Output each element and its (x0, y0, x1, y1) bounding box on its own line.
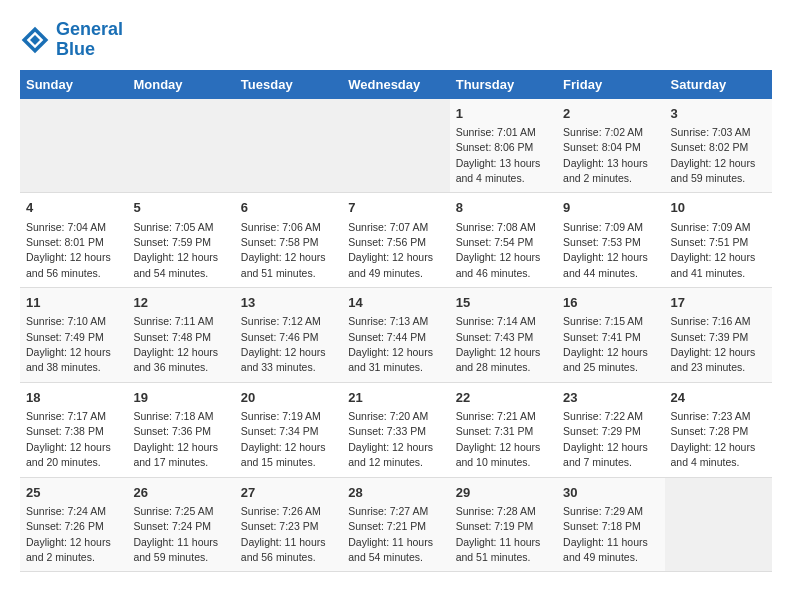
daylight-info: Daylight: 12 hours and 54 minutes. (133, 251, 218, 278)
calendar-week-row: 1 Sunrise: 7:01 AM Sunset: 8:06 PM Dayli… (20, 99, 772, 193)
calendar-cell: 29 Sunrise: 7:28 AM Sunset: 7:19 PM Dayl… (450, 477, 557, 572)
daylight-info: Daylight: 12 hours and 36 minutes. (133, 346, 218, 373)
logo-icon (20, 25, 50, 55)
day-number: 26 (133, 484, 228, 502)
calendar-cell: 24 Sunrise: 7:23 AM Sunset: 7:28 PM Dayl… (665, 382, 772, 477)
sunset-info: Sunset: 7:51 PM (671, 236, 749, 248)
daylight-info: Daylight: 12 hours and 20 minutes. (26, 441, 111, 468)
daylight-info: Daylight: 12 hours and 10 minutes. (456, 441, 541, 468)
sunset-info: Sunset: 7:29 PM (563, 425, 641, 437)
calendar-week-row: 4 Sunrise: 7:04 AM Sunset: 8:01 PM Dayli… (20, 193, 772, 288)
calendar-cell: 5 Sunrise: 7:05 AM Sunset: 7:59 PM Dayli… (127, 193, 234, 288)
sunset-info: Sunset: 7:58 PM (241, 236, 319, 248)
sunset-info: Sunset: 7:48 PM (133, 331, 211, 343)
day-number: 25 (26, 484, 121, 502)
sunset-info: Sunset: 8:02 PM (671, 141, 749, 153)
calendar-cell: 19 Sunrise: 7:18 AM Sunset: 7:36 PM Dayl… (127, 382, 234, 477)
weekday-header-row: Sunday Monday Tuesday Wednesday Thursday… (20, 70, 772, 99)
sunrise-info: Sunrise: 7:11 AM (133, 315, 213, 327)
sunset-info: Sunset: 7:24 PM (133, 520, 211, 532)
calendar-cell: 13 Sunrise: 7:12 AM Sunset: 7:46 PM Dayl… (235, 288, 342, 383)
sunset-info: Sunset: 7:36 PM (133, 425, 211, 437)
sunrise-info: Sunrise: 7:20 AM (348, 410, 428, 422)
daylight-info: Daylight: 12 hours and 46 minutes. (456, 251, 541, 278)
calendar-cell: 21 Sunrise: 7:20 AM Sunset: 7:33 PM Dayl… (342, 382, 449, 477)
daylight-info: Daylight: 12 hours and 33 minutes. (241, 346, 326, 373)
sunset-info: Sunset: 7:46 PM (241, 331, 319, 343)
sunrise-info: Sunrise: 7:24 AM (26, 505, 106, 517)
daylight-info: Daylight: 11 hours and 51 minutes. (456, 536, 541, 563)
calendar-cell: 25 Sunrise: 7:24 AM Sunset: 7:26 PM Dayl… (20, 477, 127, 572)
daylight-info: Daylight: 13 hours and 4 minutes. (456, 157, 541, 184)
daylight-info: Daylight: 13 hours and 2 minutes. (563, 157, 648, 184)
calendar-cell: 3 Sunrise: 7:03 AM Sunset: 8:02 PM Dayli… (665, 99, 772, 193)
sunrise-info: Sunrise: 7:03 AM (671, 126, 751, 138)
calendar-cell: 26 Sunrise: 7:25 AM Sunset: 7:24 PM Dayl… (127, 477, 234, 572)
sunset-info: Sunset: 8:04 PM (563, 141, 641, 153)
sunset-info: Sunset: 7:26 PM (26, 520, 104, 532)
calendar-cell: 20 Sunrise: 7:19 AM Sunset: 7:34 PM Dayl… (235, 382, 342, 477)
header-monday: Monday (127, 70, 234, 99)
calendar-cell: 30 Sunrise: 7:29 AM Sunset: 7:18 PM Dayl… (557, 477, 664, 572)
daylight-info: Daylight: 12 hours and 56 minutes. (26, 251, 111, 278)
daylight-info: Daylight: 12 hours and 4 minutes. (671, 441, 756, 468)
day-number: 17 (671, 294, 766, 312)
day-number: 11 (26, 294, 121, 312)
sunrise-info: Sunrise: 7:15 AM (563, 315, 643, 327)
day-number: 29 (456, 484, 551, 502)
sunrise-info: Sunrise: 7:29 AM (563, 505, 643, 517)
daylight-info: Daylight: 12 hours and 31 minutes. (348, 346, 433, 373)
sunset-info: Sunset: 7:43 PM (456, 331, 534, 343)
sunrise-info: Sunrise: 7:08 AM (456, 221, 536, 233)
calendar-week-row: 25 Sunrise: 7:24 AM Sunset: 7:26 PM Dayl… (20, 477, 772, 572)
day-number: 12 (133, 294, 228, 312)
calendar-cell: 7 Sunrise: 7:07 AM Sunset: 7:56 PM Dayli… (342, 193, 449, 288)
calendar-cell (127, 99, 234, 193)
sunrise-info: Sunrise: 7:25 AM (133, 505, 213, 517)
daylight-info: Daylight: 11 hours and 56 minutes. (241, 536, 326, 563)
daylight-info: Daylight: 12 hours and 7 minutes. (563, 441, 648, 468)
sunrise-info: Sunrise: 7:21 AM (456, 410, 536, 422)
sunset-info: Sunset: 7:59 PM (133, 236, 211, 248)
calendar-cell: 17 Sunrise: 7:16 AM Sunset: 7:39 PM Dayl… (665, 288, 772, 383)
sunrise-info: Sunrise: 7:26 AM (241, 505, 321, 517)
daylight-info: Daylight: 12 hours and 28 minutes. (456, 346, 541, 373)
calendar-cell: 4 Sunrise: 7:04 AM Sunset: 8:01 PM Dayli… (20, 193, 127, 288)
daylight-info: Daylight: 12 hours and 23 minutes. (671, 346, 756, 373)
calendar-week-row: 18 Sunrise: 7:17 AM Sunset: 7:38 PM Dayl… (20, 382, 772, 477)
sunrise-info: Sunrise: 7:28 AM (456, 505, 536, 517)
sunset-info: Sunset: 7:31 PM (456, 425, 534, 437)
daylight-info: Daylight: 11 hours and 59 minutes. (133, 536, 218, 563)
daylight-info: Daylight: 12 hours and 41 minutes. (671, 251, 756, 278)
daylight-info: Daylight: 12 hours and 17 minutes. (133, 441, 218, 468)
logo-text: GeneralBlue (56, 20, 123, 60)
calendar-cell: 28 Sunrise: 7:27 AM Sunset: 7:21 PM Dayl… (342, 477, 449, 572)
daylight-info: Daylight: 12 hours and 49 minutes. (348, 251, 433, 278)
sunset-info: Sunset: 7:39 PM (671, 331, 749, 343)
calendar-cell: 10 Sunrise: 7:09 AM Sunset: 7:51 PM Dayl… (665, 193, 772, 288)
sunset-info: Sunset: 7:41 PM (563, 331, 641, 343)
sunset-info: Sunset: 7:38 PM (26, 425, 104, 437)
sunrise-info: Sunrise: 7:01 AM (456, 126, 536, 138)
day-number: 27 (241, 484, 336, 502)
day-number: 16 (563, 294, 658, 312)
calendar-cell (665, 477, 772, 572)
header-thursday: Thursday (450, 70, 557, 99)
sunrise-info: Sunrise: 7:05 AM (133, 221, 213, 233)
day-number: 6 (241, 199, 336, 217)
calendar-cell: 14 Sunrise: 7:13 AM Sunset: 7:44 PM Dayl… (342, 288, 449, 383)
sunrise-info: Sunrise: 7:17 AM (26, 410, 106, 422)
sunrise-info: Sunrise: 7:19 AM (241, 410, 321, 422)
daylight-info: Daylight: 12 hours and 51 minutes. (241, 251, 326, 278)
day-number: 28 (348, 484, 443, 502)
day-number: 10 (671, 199, 766, 217)
calendar-cell: 1 Sunrise: 7:01 AM Sunset: 8:06 PM Dayli… (450, 99, 557, 193)
calendar-cell: 18 Sunrise: 7:17 AM Sunset: 7:38 PM Dayl… (20, 382, 127, 477)
sunset-info: Sunset: 7:34 PM (241, 425, 319, 437)
day-number: 2 (563, 105, 658, 123)
daylight-info: Daylight: 12 hours and 12 minutes. (348, 441, 433, 468)
sunset-info: Sunset: 7:23 PM (241, 520, 319, 532)
day-number: 3 (671, 105, 766, 123)
daylight-info: Daylight: 12 hours and 15 minutes. (241, 441, 326, 468)
calendar-cell (235, 99, 342, 193)
